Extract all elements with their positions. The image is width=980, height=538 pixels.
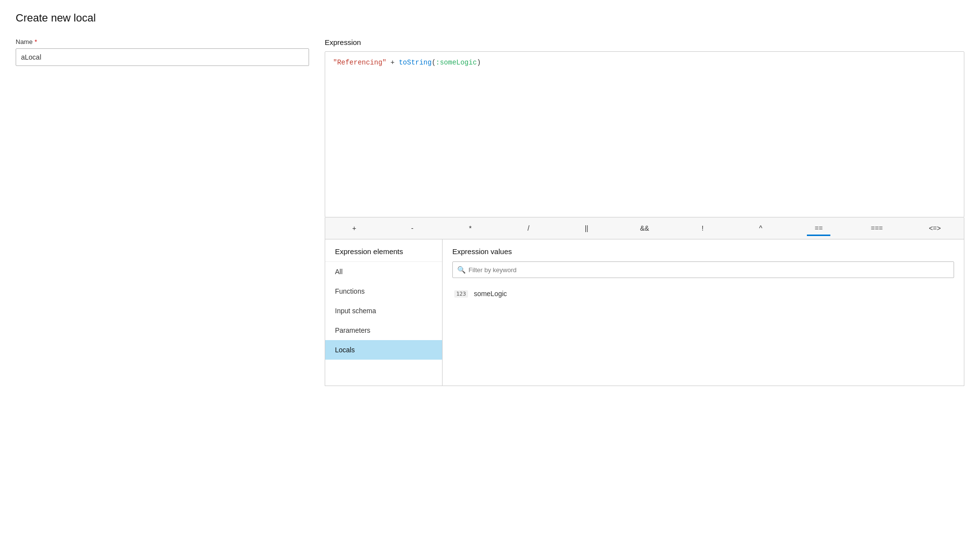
element-parameters[interactable]: Parameters (325, 321, 442, 340)
op-caret[interactable]: ^ (732, 221, 790, 235)
main-layout: Name * Expression "Referencing" + toStri… (16, 38, 964, 386)
op-divide[interactable]: / (499, 221, 557, 235)
search-icon: 🔍 (457, 266, 466, 274)
values-title: Expression values (452, 247, 954, 256)
required-marker: * (35, 38, 37, 45)
expression-elements: Expression elements All Functions Input … (325, 239, 443, 386)
expression-editor[interactable]: "Referencing" + toString(:someLogic) (325, 51, 964, 217)
filter-input[interactable] (452, 261, 954, 278)
page-title: Create new local (16, 12, 964, 24)
op-eq[interactable]: == (790, 221, 848, 235)
elements-title: Expression elements (325, 239, 442, 262)
op-plus[interactable]: + (325, 221, 383, 235)
element-all[interactable]: All (325, 262, 442, 281)
expr-paren-close: ) (477, 59, 481, 66)
op-multiply[interactable]: * (441, 221, 499, 235)
expr-operator: + (386, 59, 399, 66)
op-strict-eq[interactable]: === (848, 221, 906, 235)
left-panel: Name * (16, 38, 309, 66)
element-input-schema[interactable]: Input schema (325, 301, 442, 321)
expr-paren-open: ( (432, 59, 436, 66)
operator-bar: + - * / || && ! ^ == === <=> (325, 217, 964, 239)
right-panel: Expression "Referencing" + toString(:som… (325, 38, 964, 386)
value-type-badge: 123 (454, 290, 468, 298)
op-or[interactable]: || (557, 221, 616, 235)
name-input[interactable] (16, 48, 309, 66)
op-and[interactable]: && (616, 221, 674, 235)
op-spaceship[interactable]: <=> (906, 221, 964, 235)
expr-string: "Referencing" (333, 59, 386, 66)
element-locals[interactable]: Locals (325, 340, 442, 360)
bottom-section: Expression elements All Functions Input … (325, 239, 964, 386)
name-label-text: Name (16, 38, 33, 45)
filter-input-wrap: 🔍 (452, 261, 954, 278)
expr-function: toString (399, 59, 431, 66)
expression-label: Expression (325, 38, 964, 46)
expression-values: Expression values 🔍 123 someLogic (443, 239, 964, 386)
op-not[interactable]: ! (673, 221, 732, 235)
op-minus[interactable]: - (383, 221, 442, 235)
value-item-somelogic[interactable]: 123 someLogic (452, 286, 954, 301)
name-field-label: Name * (16, 38, 309, 45)
value-label: someLogic (474, 290, 507, 298)
expr-reference: :someLogic (436, 59, 477, 66)
element-functions[interactable]: Functions (325, 281, 442, 301)
